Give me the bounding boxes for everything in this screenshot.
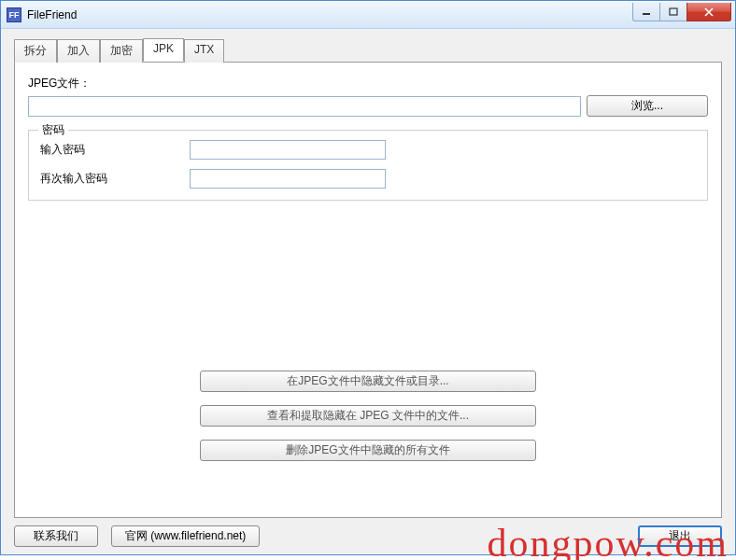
svg-rect-0	[643, 13, 650, 15]
maximize-icon	[669, 7, 678, 17]
enter-password-input[interactable]	[190, 140, 386, 160]
app-window: FF FileFriend 拆分 加入 加密 JPK JTX JPEG文件：	[0, 0, 736, 555]
extract-files-button[interactable]: 查看和提取隐藏在 JPEG 文件中的文件...	[200, 405, 536, 427]
delete-hidden-button[interactable]: 删除JPEG文件中隐藏的所有文件	[200, 440, 536, 461]
password-group-title: 密码	[38, 122, 68, 138]
jpeg-file-input[interactable]	[28, 96, 581, 117]
minimize-icon	[642, 7, 651, 17]
hide-files-button[interactable]: 在JPEG文件中隐藏文件或目录...	[200, 371, 536, 392]
app-icon: FF	[7, 7, 21, 22]
website-button[interactable]: 官网 (www.filefriend.net)	[111, 525, 260, 547]
reenter-password-label: 再次输入密码	[40, 171, 190, 187]
client-area: 拆分 加入 加密 JPK JTX JPEG文件： 浏览... 密码 输入密码	[1, 29, 735, 554]
close-icon	[703, 7, 715, 17]
enter-password-label: 输入密码	[40, 142, 190, 158]
jpeg-file-label: JPEG文件：	[28, 76, 91, 91]
bottom-bar: 联系我们 官网 (www.filefriend.net) 退出	[14, 518, 722, 547]
titlebar: FF FileFriend	[1, 1, 735, 29]
tab-panel-jpk: JPEG文件： 浏览... 密码 输入密码 再次输入密码 在JPEG文件中隐藏文…	[14, 62, 722, 518]
contact-button[interactable]: 联系我们	[14, 525, 98, 547]
tab-split[interactable]: 拆分	[14, 39, 57, 63]
reenter-password-input[interactable]	[190, 169, 386, 189]
window-title: FileFriend	[27, 8, 633, 21]
browse-button[interactable]: 浏览...	[587, 95, 708, 117]
maximize-button[interactable]	[659, 3, 687, 21]
tab-strip: 拆分 加入 加密 JPK JTX	[14, 38, 722, 62]
action-buttons: 在JPEG文件中隐藏文件或目录... 查看和提取隐藏在 JPEG 文件中的文件.…	[28, 371, 708, 461]
tab-join[interactable]: 加入	[57, 39, 100, 63]
svg-rect-1	[670, 8, 677, 15]
tab-encrypt[interactable]: 加密	[100, 39, 143, 63]
window-controls	[633, 3, 735, 21]
minimize-button[interactable]	[632, 3, 660, 21]
tab-jtx[interactable]: JTX	[184, 39, 224, 63]
exit-button[interactable]: 退出	[638, 525, 722, 547]
close-button[interactable]	[686, 3, 731, 21]
tab-jpk[interactable]: JPK	[143, 38, 184, 62]
password-group: 密码 输入密码 再次输入密码	[28, 130, 708, 201]
